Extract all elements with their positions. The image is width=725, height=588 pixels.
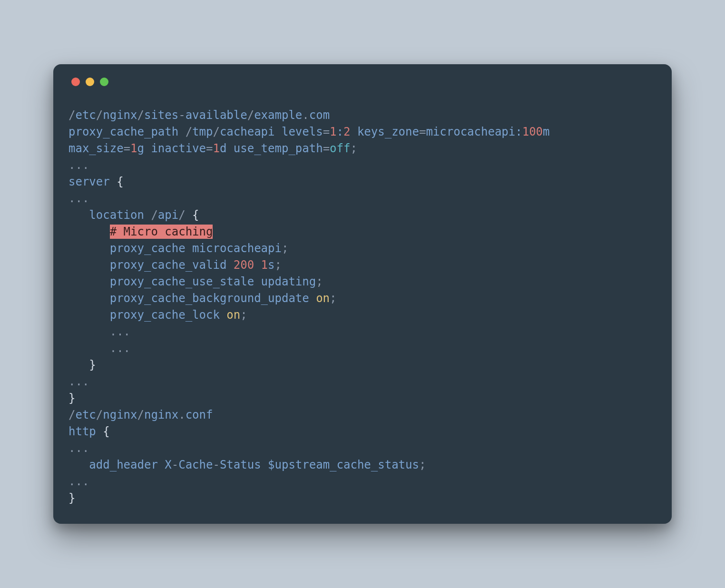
- keyword-off: off: [330, 142, 350, 155]
- directive: proxy_cache_valid: [69, 258, 234, 272]
- path-seg: nginx: [103, 108, 137, 122]
- keyword-location: location: [69, 208, 151, 222]
- path-sep: /: [69, 408, 75, 421]
- path-seg: etc: [75, 408, 96, 421]
- ellipsis: ...: [69, 342, 130, 355]
- number: 100: [522, 125, 543, 138]
- space: [254, 258, 261, 272]
- semicolon: ;: [275, 258, 282, 272]
- unit: m: [543, 125, 549, 138]
- path-sep: /: [247, 108, 254, 122]
- indent: [69, 358, 89, 372]
- directive: proxy_cache_use_stale updating: [69, 275, 316, 288]
- path-and-key: cacheapi levels: [220, 125, 323, 138]
- ellipsis: ...: [69, 441, 89, 455]
- path-sep: /: [213, 125, 219, 138]
- key: keys_zone: [350, 125, 419, 138]
- number: 1: [261, 258, 268, 272]
- eq: =: [323, 125, 330, 138]
- directive: proxy_cache_lock: [69, 308, 226, 322]
- header-word: Status: [220, 458, 268, 471]
- comment-highlight: # Micro caching: [110, 225, 213, 239]
- eq: =: [323, 142, 330, 155]
- punct-dot: .: [178, 408, 185, 421]
- path-sep: /: [96, 408, 103, 421]
- number: 1: [213, 142, 219, 155]
- ellipsis: ...: [69, 192, 89, 205]
- path-sep: /: [69, 108, 75, 122]
- value: microcacheapi: [426, 125, 515, 138]
- semicolon: ;: [282, 242, 288, 255]
- brace-open: {: [192, 208, 199, 222]
- path-seg: nginx: [144, 408, 178, 421]
- path-seg: nginx: [103, 408, 137, 421]
- zoom-icon[interactable]: [100, 78, 108, 86]
- path-seg: sites: [144, 108, 178, 122]
- ellipsis: ...: [69, 325, 130, 338]
- ellipsis: ...: [69, 475, 89, 488]
- keyword-http: http: [69, 425, 103, 438]
- path-sep: /: [186, 125, 192, 138]
- indent: [69, 225, 110, 238]
- brace-close: }: [69, 392, 75, 405]
- ellipsis: ...: [69, 158, 89, 172]
- keyword-server: server: [69, 175, 117, 188]
- brace-close: }: [69, 491, 75, 505]
- path-sep: /: [137, 408, 144, 421]
- directive: proxy_cache_path: [69, 125, 186, 138]
- directive: add_header X: [69, 458, 172, 471]
- path-sep: /: [178, 208, 185, 222]
- path-seg: example: [254, 108, 302, 122]
- semicolon: ;: [240, 308, 247, 322]
- brace-open: {: [103, 425, 109, 438]
- key: max_size: [69, 142, 124, 155]
- path-sep: /: [151, 208, 157, 222]
- path-sep: /: [137, 108, 144, 122]
- semicolon: ;: [316, 275, 323, 288]
- colon: :: [515, 125, 522, 138]
- key: d use_temp_path: [220, 142, 323, 155]
- punct-dash: -: [172, 458, 178, 471]
- eq: =: [124, 142, 130, 155]
- number: 200: [234, 258, 254, 272]
- ellipsis: ...: [69, 375, 89, 388]
- directive: proxy_cache_background_update: [69, 292, 316, 305]
- eq: =: [419, 125, 426, 138]
- key: g inactive: [137, 142, 206, 155]
- colon: :: [337, 125, 343, 138]
- brace-close: }: [89, 358, 96, 372]
- path-seg: conf: [186, 408, 213, 421]
- number: 1: [330, 125, 336, 138]
- path-sep: /: [96, 108, 103, 122]
- space: [186, 208, 192, 222]
- close-icon[interactable]: [71, 78, 80, 86]
- number: 2: [343, 125, 350, 138]
- keyword-on: on: [226, 308, 240, 322]
- window-controls: [71, 78, 656, 86]
- header-word: Cache: [178, 458, 213, 471]
- minimize-icon[interactable]: [86, 78, 94, 86]
- directive: proxy_cache microcacheapi: [69, 242, 282, 255]
- semicolon: ;: [419, 458, 426, 471]
- path-seg: available: [186, 108, 247, 122]
- variable: $upstream_cache_status: [268, 458, 419, 471]
- code-block: /etc/nginx/sites-available/example.com p…: [69, 107, 656, 507]
- brace-open: {: [117, 175, 123, 188]
- terminal-window: /etc/nginx/sites-available/example.com p…: [53, 64, 672, 524]
- path-seg: com: [309, 108, 330, 122]
- punct-dash: -: [213, 458, 219, 471]
- path-seg: etc: [75, 108, 96, 122]
- keyword-on: on: [316, 292, 330, 305]
- unit: s: [268, 258, 274, 272]
- path-seg: tmp: [192, 125, 213, 138]
- punct-dot: .: [302, 108, 309, 122]
- semicolon: ;: [350, 142, 357, 155]
- number: 1: [130, 142, 137, 155]
- path-seg: api: [158, 208, 178, 222]
- semicolon: ;: [330, 292, 336, 305]
- punct-dash: -: [178, 108, 185, 122]
- eq: =: [206, 142, 213, 155]
